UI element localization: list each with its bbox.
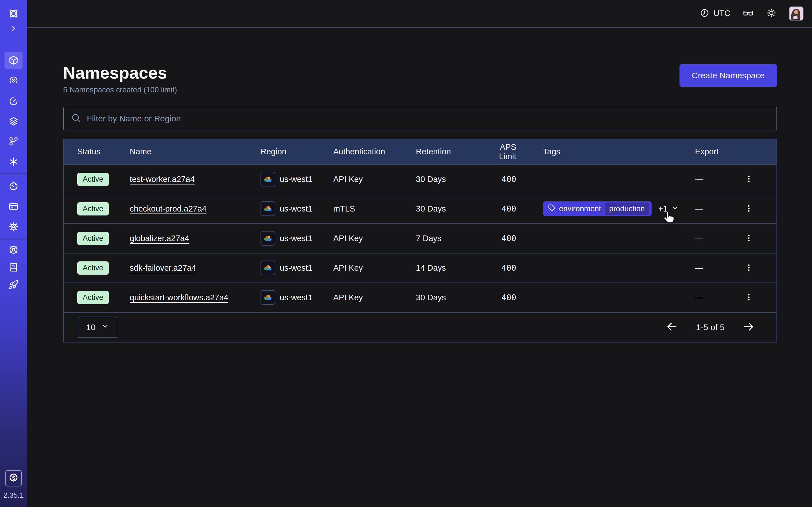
clock-icon <box>700 8 709 19</box>
auth-label: API Key <box>333 263 416 273</box>
aps-limit-value: 400 <box>481 293 543 302</box>
column-header-export: Export <box>695 147 776 156</box>
next-page-button[interactable] <box>743 321 755 334</box>
sidebar-item-billing[interactable] <box>0 196 27 217</box>
chevron-right-icon <box>10 25 17 33</box>
region-label: us-west1 <box>280 293 312 302</box>
sidebar-item-usage[interactable] <box>0 176 27 196</box>
expand-sidebar-button[interactable] <box>0 24 27 34</box>
create-namespace-button[interactable]: Create Namespace <box>679 64 777 87</box>
row-menu-button[interactable] <box>743 173 755 186</box>
status-badge: Active <box>77 202 109 216</box>
table-row: Active quickstart-workflows.a27a4 us-wes… <box>64 283 776 312</box>
region-label: us-west1 <box>280 204 312 214</box>
column-header-region: Region <box>260 147 333 156</box>
sidebar-nav-primary <box>0 50 27 172</box>
sidebar-item-schedules[interactable] <box>0 91 27 111</box>
column-header-authentication: Authentication <box>333 147 416 156</box>
credits-button[interactable] <box>5 470 22 487</box>
sidebar-divider <box>0 173 27 174</box>
mouse-cursor <box>662 211 675 225</box>
sidebar-item-support[interactable] <box>0 241 27 259</box>
row-menu-button[interactable] <box>743 262 755 274</box>
table-row: Active sdk-failover.a27a4 us-west1 API K… <box>64 253 776 283</box>
auth-label: API Key <box>333 293 416 302</box>
layers-icon <box>4 113 22 129</box>
asterisk-icon <box>4 153 22 170</box>
iris-icon <box>4 72 22 89</box>
page-header: Namespaces 5 Namespaces created (100 lim… <box>63 63 777 94</box>
kebab-icon <box>745 293 753 302</box>
chevron-down-icon <box>101 322 109 332</box>
gcp-cloud-icon <box>260 202 275 216</box>
cube-icon <box>4 52 22 69</box>
page-subtitle: 5 Namespaces created (100 limit) <box>63 86 177 94</box>
sidebar-item-apis[interactable] <box>0 152 27 172</box>
namespaces-table: Status Name Region Authentication Retent… <box>63 139 777 342</box>
page-size-value: 10 <box>86 323 95 332</box>
export-value: — <box>695 175 703 184</box>
retention-label: 30 Days <box>416 175 481 184</box>
gcp-cloud-icon <box>260 231 275 245</box>
pagination-range-label: 1-5 of 5 <box>696 323 725 332</box>
sidebar-footer: 2.35.1 <box>3 470 24 500</box>
gcp-cloud-icon <box>260 172 275 186</box>
user-avatar[interactable] <box>789 6 804 21</box>
sidebar-item-namespaces[interactable] <box>0 50 27 70</box>
tag-key: environment <box>559 205 601 213</box>
namespace-link[interactable]: quickstart-workflows.a27a4 <box>130 293 229 302</box>
status-badge: Active <box>77 173 109 186</box>
sidebar-item-docs[interactable] <box>0 259 27 276</box>
tag-icon <box>548 204 555 214</box>
gauge-icon <box>4 178 22 194</box>
sidebar-divider <box>0 238 27 239</box>
badge-dollar-icon <box>8 473 18 484</box>
column-header-retention: Retention <box>416 147 481 156</box>
namespace-link[interactable]: checkout-prod.a27a4 <box>130 204 206 213</box>
page-size-select[interactable]: 10 <box>78 317 117 338</box>
table-header-row: Status Name Region Authentication Retent… <box>64 139 776 164</box>
column-header-tags: Tags <box>543 147 695 156</box>
sidebar: 2.35.1 <box>0 0 27 507</box>
app-version: 2.35.1 <box>3 491 24 500</box>
column-header-aps-limit: APS Limit <box>481 143 543 161</box>
column-header-name: Name <box>130 147 260 156</box>
sun-icon <box>766 8 776 19</box>
app-window: 2.35.1 UTC Namespaces 5 Namespaces creat… <box>0 0 812 507</box>
status-badge: Active <box>77 262 109 275</box>
timezone-selector[interactable]: UTC <box>700 8 730 19</box>
filter-bar <box>63 107 777 130</box>
row-menu-button[interactable] <box>743 232 755 245</box>
export-value: — <box>695 293 703 302</box>
column-header-status: Status <box>64 147 130 156</box>
kebab-icon <box>745 234 753 243</box>
sidebar-item-settings[interactable] <box>0 217 27 237</box>
namespace-link[interactable]: sdk-failover.a27a4 <box>130 263 196 272</box>
sidebar-nav-help <box>0 241 27 293</box>
aps-limit-value: 400 <box>481 204 543 214</box>
row-menu-button[interactable] <box>743 291 755 304</box>
kebab-icon <box>745 175 753 184</box>
row-menu-button[interactable] <box>743 203 755 215</box>
previous-page-button[interactable] <box>666 321 678 334</box>
sidebar-item-deployments[interactable] <box>0 111 27 131</box>
theme-toggle-button[interactable] <box>766 8 776 19</box>
gcp-cloud-icon <box>260 290 275 305</box>
auth-label: API Key <box>333 175 416 184</box>
timer-icon <box>4 93 22 109</box>
labs-toggle-button[interactable] <box>743 7 754 19</box>
table-footer: 10 1-5 of 5 <box>64 312 776 342</box>
table-row: Active globalizer.a27a4 us-west1 API Key… <box>64 223 776 253</box>
aps-limit-value: 400 <box>481 263 543 273</box>
filter-input[interactable] <box>87 114 769 123</box>
search-icon <box>71 113 81 124</box>
namespace-link[interactable]: test-worker.a27a4 <box>130 175 195 184</box>
status-badge: Active <box>77 232 109 245</box>
tag-chip[interactable]: environment production <box>543 202 652 216</box>
sidebar-item-getting-started[interactable] <box>0 276 27 293</box>
export-value: — <box>695 204 703 214</box>
retention-label: 30 Days <box>416 293 481 302</box>
sidebar-item-nexus[interactable] <box>0 70 27 91</box>
namespace-link[interactable]: globalizer.a27a4 <box>130 234 189 243</box>
sidebar-item-workflows[interactable] <box>0 131 27 152</box>
